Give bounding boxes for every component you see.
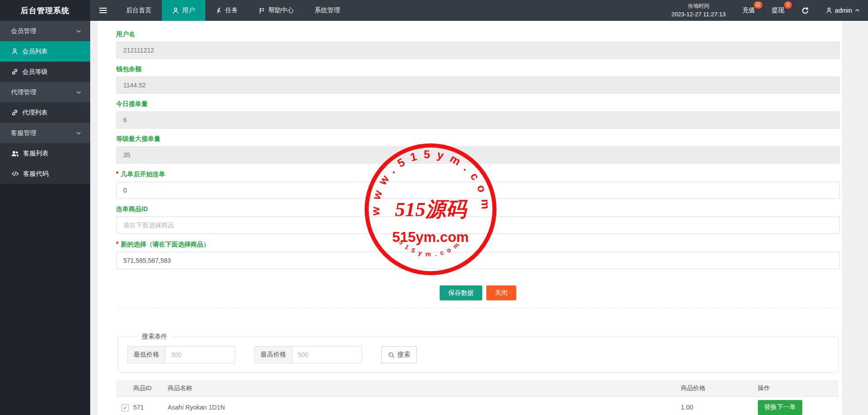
tab-label: 用户 <box>182 6 195 14</box>
cell-product-price: 1.00 <box>681 396 758 415</box>
min-price-input[interactable] <box>165 346 235 363</box>
sidebar-group-agent-management[interactable]: 代理管理 <box>0 82 90 102</box>
sidebar-item-service-code[interactable]: 客服代码 <box>0 164 90 184</box>
field-label: *几单后开始连单 <box>116 169 840 179</box>
max-price-group: 最高价格 <box>254 346 362 363</box>
content-card: 用户名 钱包余额 今日接单量 等级最大接单量 *几单后开始连单 连单商品ID *… <box>98 21 842 415</box>
cell-product-name: Asahi Ryokan 1D1N <box>168 396 681 415</box>
tab-label: 任务 <box>225 6 238 14</box>
link-icon <box>11 68 18 75</box>
wallet-balance-field <box>116 77 840 94</box>
sidebar-toggle-button[interactable] <box>90 0 116 21</box>
max-orders-field <box>116 146 840 164</box>
main-nav: 后台首页 用户 任务 帮助中心 系统管理 <box>116 0 350 21</box>
tab-label: 帮助中心 <box>268 6 294 14</box>
sidebar-item-member-level[interactable]: 会员等级 <box>0 62 90 82</box>
field-combo-start: *几单后开始连单 <box>116 169 840 199</box>
refresh-button[interactable] <box>793 0 817 21</box>
column-header-action: 操作 <box>758 380 839 396</box>
code-icon <box>11 171 19 177</box>
item-label: 会员等级 <box>22 68 48 76</box>
combo-start-field[interactable] <box>116 182 840 199</box>
group-label: 客服管理 <box>11 129 36 137</box>
withdraw-badge: 0 <box>784 1 792 9</box>
field-today-orders: 今日接单量 <box>116 100 840 129</box>
recharge-badge: 32 <box>754 1 762 9</box>
group-label: 会员管理 <box>11 27 36 35</box>
chevron-down-icon <box>76 29 81 33</box>
sidebar-group-service-management[interactable]: 客服管理 <box>0 123 90 143</box>
recharge-button[interactable]: 充值 32 <box>734 0 763 21</box>
sidebar-item-member-list[interactable]: 会员列表 <box>0 41 90 62</box>
page: { "app": { "title": "后台管理系统" }, "navbar"… <box>0 0 868 415</box>
form-buttons: 保存数据 关闭 <box>116 285 840 300</box>
local-time-label: 当地时间 <box>688 2 709 10</box>
users-icon <box>11 150 19 157</box>
today-orders-field <box>116 111 840 129</box>
tab-home[interactable]: 后台首页 <box>116 0 162 21</box>
chevron-down-icon <box>76 131 81 135</box>
field-max-orders: 等级最大接单量 <box>116 135 840 164</box>
recharge-label: 充值 <box>742 6 755 14</box>
tab-label: 系统管理 <box>315 6 340 14</box>
search-button[interactable]: 搜索 <box>381 346 417 363</box>
top-navbar: 后台管理系统 后台首页 用户 任务 帮助中心 系统管理 <box>0 0 868 21</box>
section-divider <box>116 308 838 308</box>
item-label: 客服代码 <box>23 170 48 178</box>
sidebar-group-member-management[interactable]: 会员管理 <box>0 21 90 41</box>
close-button[interactable]: 关闭 <box>486 285 516 300</box>
field-label-text: 几单后开始连单 <box>121 170 165 178</box>
username-field <box>116 42 840 59</box>
field-new-selection: *新的选择（请在下面选择商品） <box>116 240 840 269</box>
tab-system[interactable]: 系统管理 <box>304 0 350 21</box>
withdraw-button[interactable]: 提现 0 <box>763 0 793 21</box>
combo-product-id-field[interactable] <box>116 217 840 234</box>
tab-tasks[interactable]: 任务 <box>205 0 248 21</box>
hamburger-icon <box>99 6 107 14</box>
row-checkbox-checked[interactable]: ✓ <box>121 404 129 411</box>
required-mark: * <box>116 170 118 177</box>
sidebar: 会员管理 会员列表 会员等级 代理管理 代理列表 客服管理 客服列表 <box>0 21 90 415</box>
field-combo-product-id: 连单商品ID <box>116 205 840 234</box>
save-button[interactable]: 保存数据 <box>440 285 482 300</box>
field-label: 钱包余额 <box>116 65 840 73</box>
local-time: 当地时间 2023-12-27 11:27:13 <box>663 0 734 21</box>
new-selection-field[interactable] <box>116 252 840 269</box>
table-header-row: 商品ID 商品名称 商品价格 操作 <box>116 380 839 396</box>
chevron-up-icon <box>855 9 860 12</box>
group-label: 代理管理 <box>11 88 36 97</box>
field-label: 等级最大接单量 <box>116 135 840 143</box>
table-row: ✓ 571 Asahi Ryokan 1D1N 1.00 替换下一单 <box>116 396 839 415</box>
max-price-input[interactable] <box>292 346 362 363</box>
products-table: 商品ID 商品名称 商品价格 操作 ✓ 571 Asahi Ryokan 1D1… <box>116 380 839 415</box>
walking-person-icon <box>216 7 222 14</box>
sidebar-item-service-list[interactable]: 客服列表 <box>0 143 90 164</box>
chevron-down-icon <box>76 91 81 94</box>
field-wallet-balance: 钱包余额 <box>116 65 840 94</box>
required-mark: * <box>116 240 118 247</box>
replace-next-order-button[interactable]: 替换下一单 <box>758 400 802 415</box>
sidebar-item-agent-list[interactable]: 代理列表 <box>0 102 90 123</box>
search-icon <box>388 352 395 358</box>
column-header-name: 商品名称 <box>168 380 681 396</box>
user-icon <box>11 48 18 55</box>
item-label: 会员列表 <box>22 48 48 56</box>
column-header-id: 商品ID <box>133 380 168 396</box>
user-icon <box>826 7 832 14</box>
min-price-label: 最低价格 <box>127 346 165 363</box>
tab-users[interactable]: 用户 <box>162 0 205 21</box>
flag-icon <box>259 7 265 14</box>
username: admin <box>835 7 852 14</box>
field-label-text: 新的选择（请在下面选择商品） <box>121 241 209 248</box>
field-label: 今日接单量 <box>116 100 840 108</box>
field-label: 用户名 <box>116 30 840 39</box>
user-menu[interactable]: admin <box>817 0 868 21</box>
local-time-value: 2023-12-27 11:27:13 <box>671 10 726 19</box>
item-label: 代理列表 <box>22 109 48 117</box>
field-username: 用户名 <box>116 30 840 59</box>
check-icon: ✓ <box>123 405 127 411</box>
tab-help-center[interactable]: 帮助中心 <box>248 0 304 21</box>
withdraw-label: 提现 <box>772 6 785 14</box>
cell-product-id: 571 <box>133 396 168 415</box>
search-panel: 搜索条件 最低价格 最高价格 搜索 <box>118 333 839 373</box>
